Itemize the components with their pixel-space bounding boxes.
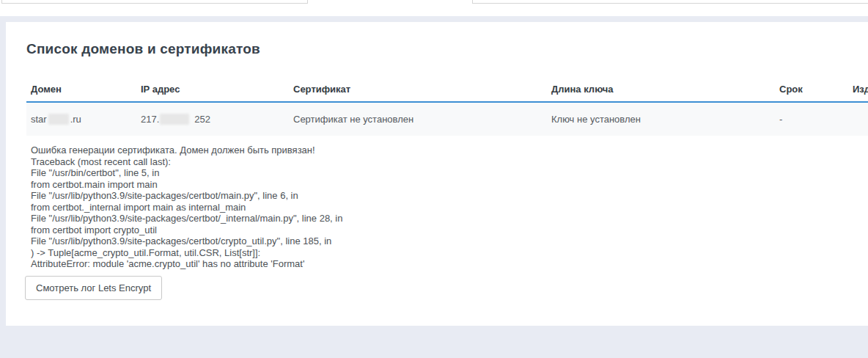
table-header-row: Домен IP адрес Сертификат Длина ключа Ср…: [26, 77, 868, 102]
error-line: File "/usr/lib/python3.9/site-packages/c…: [31, 235, 868, 247]
error-line: from certbot.main import main: [31, 179, 868, 191]
error-line: Traceback (most recent call last):: [31, 156, 868, 168]
issuer-cell: [848, 102, 868, 136]
domain-prefix: star: [31, 114, 47, 125]
certificate-status-cell: Сертификат не установлен: [289, 102, 547, 136]
error-line: File "/usr/lib/python3.9/site-packages/c…: [31, 213, 868, 224]
error-line: File "/usr/bin/certbot", line 5, in: [31, 167, 868, 179]
column-header-key-length: Длина ключа: [547, 77, 775, 102]
column-header-certificate: Сертификат: [289, 77, 547, 102]
domains-table: Домен IP адрес Сертификат Длина ключа Ср…: [26, 77, 868, 136]
view-lets-encrypt-log-button[interactable]: Смотреть лог Lets Encrypt: [25, 276, 162, 300]
ip-cell: 217.252: [136, 102, 289, 136]
column-header-domain: Домен: [26, 77, 136, 102]
tab-inactive-right[interactable]: [472, 0, 868, 4]
error-line: from certbot import crypto_util: [31, 224, 868, 236]
page-title: Список доменов и сертификатов: [26, 40, 868, 58]
error-line: ) -> Tuple[acme_crypto_util.Format, util…: [31, 247, 868, 259]
column-header-issuer: Издатель: [848, 77, 868, 102]
error-line: File "/usr/lib/python3.9/site-packages/c…: [31, 190, 868, 202]
tab-inactive-left[interactable]: [1, 0, 308, 4]
error-traceback: Ошибка генерации сертификата. Домен долж…: [31, 145, 868, 270]
error-line: from certbot._internal import main as in…: [31, 202, 868, 213]
domain-suffix: .ru: [70, 114, 81, 125]
term-cell: -: [775, 102, 848, 136]
content-panel: Список доменов и сертификатов Домен IP а…: [6, 22, 868, 326]
table-row[interactable]: star.ru 217.252 Сертификат не установлен…: [26, 102, 868, 136]
tab-active[interactable]: [309, 0, 472, 4]
error-line: AttributeError: module 'acme.crypto_util…: [31, 258, 868, 270]
redacted-domain-part: [48, 114, 69, 125]
column-header-term: Срок: [775, 77, 848, 102]
ip-prefix: 217.: [141, 114, 159, 125]
domain-cell: star.ru: [26, 102, 136, 136]
error-line: Ошибка генерации сертификата. Домен долж…: [31, 145, 868, 156]
tab-bar: [0, 0, 868, 16]
ip-suffix: 252: [194, 114, 210, 125]
redacted-ip-part: [160, 114, 189, 125]
column-header-ip: IP адрес: [136, 77, 289, 102]
key-status-cell: Ключ не установлен: [547, 102, 775, 136]
page-root: { "panel": { "title": "Список доменов и …: [0, 0, 868, 358]
